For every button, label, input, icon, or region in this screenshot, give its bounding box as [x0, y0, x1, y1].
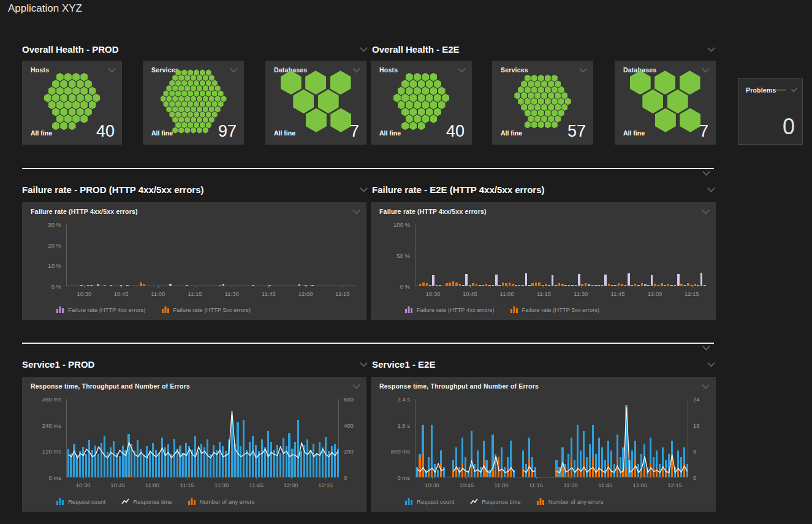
- chevron-down-icon[interactable]: [707, 44, 715, 52]
- hexagon[interactable]: [172, 116, 178, 123]
- hexagon[interactable]: [191, 85, 196, 91]
- hexagon[interactable]: [181, 101, 187, 107]
- legend-item[interactable]: Request count: [405, 498, 454, 505]
- hexagon[interactable]: [293, 89, 314, 113]
- hexagon[interactable]: [209, 106, 214, 112]
- hexagon[interactable]: [80, 86, 88, 95]
- hexagon[interactable]: [521, 104, 527, 111]
- hexagon[interactable]: [212, 101, 218, 107]
- hexagon[interactable]: [434, 108, 441, 116]
- chart-bar[interactable]: [126, 285, 129, 286]
- tile-problems[interactable]: Problems 0: [738, 78, 803, 145]
- hexagon[interactable]: [172, 106, 178, 112]
- chart-tile-failure-prod[interactable]: Failure rate (HTTP 4xx/5xx errors) 30 %2…: [22, 202, 366, 320]
- hexagon[interactable]: [169, 101, 175, 107]
- hexagon[interactable]: [206, 90, 211, 96]
- hexagon[interactable]: [525, 98, 531, 105]
- chart-bar[interactable]: [647, 285, 650, 286]
- hexagon[interactable]: [305, 70, 326, 94]
- hexagon[interactable]: [406, 101, 413, 109]
- hexagon[interactable]: [401, 94, 409, 102]
- chart-bar[interactable]: [555, 285, 557, 286]
- hexagon[interactable]: [178, 75, 184, 81]
- hexagon[interactable]: [541, 80, 547, 88]
- hexagon[interactable]: [541, 104, 547, 111]
- hexagon[interactable]: [72, 73, 80, 82]
- chevron-down-icon[interactable]: [702, 65, 710, 73]
- hexagon[interactable]: [442, 94, 449, 102]
- chart-bar[interactable]: [677, 274, 680, 286]
- chart-bar[interactable]: [558, 283, 561, 286]
- chevron-down-icon[interactable]: [360, 44, 368, 52]
- hexagon[interactable]: [667, 89, 688, 113]
- chart-bar[interactable]: [571, 285, 574, 286]
- hexagon[interactable]: [80, 73, 88, 82]
- hexagon[interactable]: [181, 112, 187, 118]
- chart-bar[interactable]: [535, 283, 537, 286]
- chevron-down-icon[interactable]: [352, 65, 360, 73]
- hexagon[interactable]: [178, 85, 184, 91]
- hexagon[interactable]: [541, 92, 547, 99]
- hexagon[interactable]: [172, 75, 178, 81]
- chart-bar[interactable]: [186, 285, 188, 286]
- chart-bar[interactable]: [611, 285, 613, 286]
- hexagon[interactable]: [215, 96, 221, 102]
- hexagon[interactable]: [60, 80, 67, 88]
- chart-bar[interactable]: [591, 285, 594, 286]
- chart-bar[interactable]: [509, 283, 511, 286]
- chart-bar[interactable]: [90, 285, 93, 286]
- hexagon[interactable]: [175, 90, 181, 96]
- hexagon[interactable]: [85, 94, 92, 102]
- hexagon[interactable]: [418, 80, 425, 88]
- chevron-down-icon[interactable]: [579, 65, 587, 73]
- chart-bar[interactable]: [305, 285, 307, 286]
- hexagon[interactable]: [161, 96, 166, 102]
- hexagon[interactable]: [64, 86, 72, 95]
- hexagon[interactable]: [206, 80, 211, 86]
- tile-hosts-e2e[interactable]: Hosts All fine40: [371, 61, 472, 145]
- hexagon[interactable]: [218, 101, 224, 107]
- chart-bar[interactable]: [422, 283, 425, 286]
- hexagon[interactable]: [545, 86, 551, 94]
- hexagon[interactable]: [184, 116, 190, 123]
- hexagon[interactable]: [221, 96, 227, 102]
- hexagon[interactable]: [194, 101, 199, 107]
- hexagon[interactable]: [64, 73, 72, 82]
- chart-bar[interactable]: [518, 285, 521, 286]
- legend-item[interactable]: Number of any errors: [188, 498, 255, 505]
- hexagon[interactable]: [163, 90, 169, 96]
- hexagon[interactable]: [191, 75, 196, 81]
- tile-services-e2e[interactable]: Services All fine57: [492, 61, 593, 145]
- hexagon[interactable]: [406, 86, 413, 95]
- hexagon[interactable]: [188, 80, 193, 86]
- chart-tile-service-prod[interactable]: Response time, Throughput and Number of …: [22, 377, 366, 512]
- hexagon[interactable]: [169, 90, 175, 96]
- chart-bar[interactable]: [528, 285, 531, 286]
- hexagon[interactable]: [80, 101, 88, 109]
- hexagon[interactable]: [422, 115, 429, 123]
- chart-bar[interactable]: [552, 275, 554, 286]
- chart-bar[interactable]: [575, 285, 577, 286]
- chart-bar[interactable]: [691, 285, 693, 286]
- chart-bar[interactable]: [426, 283, 428, 286]
- hexagon[interactable]: [203, 106, 208, 112]
- tile-services-prod[interactable]: Services All fine97: [143, 61, 244, 145]
- hexagon[interactable]: [56, 73, 64, 82]
- chart-tile-failure-e2e[interactable]: Failure rate (HTTP 4xx/5xx errors) 100 %…: [371, 202, 716, 320]
- chevron-down-icon[interactable]: [230, 65, 238, 73]
- chart-bar[interactable]: [564, 285, 567, 286]
- hexagon[interactable]: [430, 86, 437, 95]
- hexagon[interactable]: [77, 94, 84, 102]
- chart-bar[interactable]: [598, 285, 600, 286]
- hexagon[interactable]: [552, 98, 558, 105]
- hexagon[interactable]: [52, 108, 59, 116]
- hexagon[interactable]: [89, 101, 96, 109]
- hexagon[interactable]: [197, 116, 202, 123]
- hexagon[interactable]: [72, 86, 80, 95]
- hexagon[interactable]: [538, 110, 544, 117]
- hexagon[interactable]: [209, 96, 214, 102]
- chart-bar[interactable]: [436, 285, 438, 286]
- hexagon[interactable]: [175, 69, 181, 75]
- chart-bar[interactable]: [545, 284, 547, 286]
- plot-region[interactable]: [415, 224, 706, 286]
